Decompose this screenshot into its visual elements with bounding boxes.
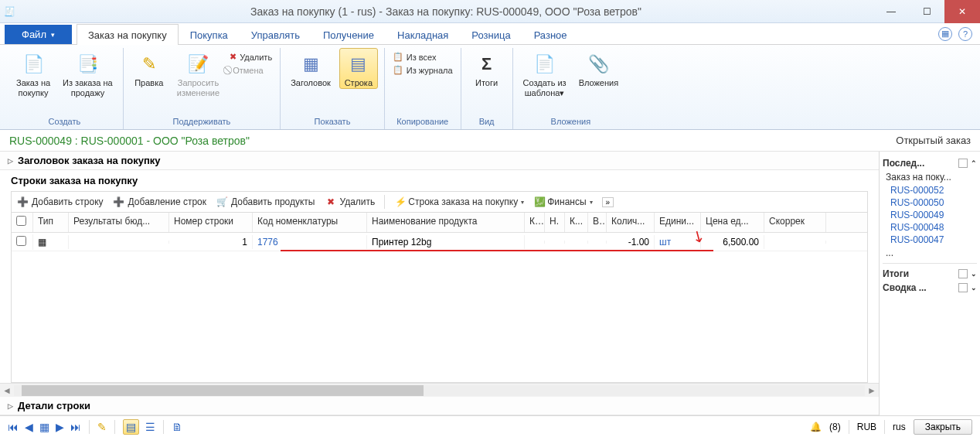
request-change-button: 📝Запросить изменение	[173, 48, 223, 98]
horizontal-scrollbar[interactable]: ◄ ►	[0, 383, 879, 397]
cell-name[interactable]: Принтер 12bg	[367, 235, 525, 249]
from-so-button[interactable]: 📑Из заказа на продажу	[59, 48, 117, 98]
status-bar: ⏮ ◀ ▦ ▶ ⏭ ✎ ▤ ☰ 🗎 🔔(8) RUB rus Закрыть	[0, 415, 980, 437]
cell-qty[interactable]: -1.00	[607, 235, 655, 249]
cell-item-link[interactable]: 1776	[253, 235, 367, 249]
view-form-icon[interactable]: ▤	[123, 419, 139, 435]
add-row-icon: ➕	[16, 196, 29, 208]
nav-grid-icon[interactable]: ▦	[39, 421, 49, 433]
close-button[interactable]: ✕	[944, 0, 980, 23]
side-recent-top[interactable]: Заказ на поку...	[883, 170, 977, 184]
tab-invoice[interactable]: Накладная	[386, 24, 460, 45]
group-attach-label: Вложения	[519, 115, 623, 129]
tab-retail[interactable]: Розница	[460, 24, 522, 45]
add-lines-button[interactable]: ➕Добавление строк	[113, 196, 206, 208]
maximize-button[interactable]: ☐	[909, 0, 944, 23]
line-view-button[interactable]: ▤Строка	[339, 48, 378, 89]
title-bar: 🧾 Заказ на покупку (1 - rus) - Заказ на …	[0, 0, 980, 23]
side-panel: Послед...⌃ Заказ на поку... RUS-000052 R…	[880, 152, 980, 415]
col-k2[interactable]: К...	[565, 213, 588, 232]
col-k1[interactable]: К...	[525, 213, 545, 232]
currency-label: RUB	[857, 422, 876, 432]
row-checkbox[interactable]	[16, 236, 26, 246]
group-view-label: Вид	[468, 115, 506, 129]
more-button[interactable]: »	[602, 197, 614, 207]
side-recent-link[interactable]: RUS-000050	[883, 196, 977, 209]
edit-button[interactable]: ✎Правка	[130, 48, 168, 89]
tab-manage[interactable]: Управлять	[240, 24, 311, 45]
scroll-thumb[interactable]	[22, 385, 424, 396]
tab-receive[interactable]: Получение	[311, 24, 386, 45]
annotation-underline	[281, 250, 713, 251]
add-line-button[interactable]: ➕Добавить строку	[16, 196, 104, 208]
group-show-label: Показать	[287, 115, 378, 129]
side-summary-header[interactable]: Сводка ...⌄	[883, 281, 977, 295]
col-item[interactable]: Код номенклатуры	[253, 213, 367, 232]
from-template-button[interactable]: 📄Создать из шаблона▾	[519, 48, 570, 98]
cell-price[interactable]: 6,500.00	[701, 235, 764, 249]
order-identifier: RUS-000049 : RUS-000001 - ООО "Роза ветр…	[9, 135, 250, 147]
section-header-po-header[interactable]: Заголовок заказа на покупку	[0, 152, 879, 170]
header-view-button[interactable]: ▦Заголовок	[287, 48, 335, 89]
tab-purchase[interactable]: Покупка	[179, 24, 240, 45]
po-line-menu[interactable]: ⚡Строка заказа на покупку	[394, 196, 524, 208]
side-recent-link[interactable]: RUS-000049	[883, 209, 977, 221]
col-v[interactable]: В...	[588, 213, 607, 232]
delete-button[interactable]: ✖Удалить	[228, 51, 274, 63]
scroll-left-arrow[interactable]: ◄	[0, 385, 14, 396]
col-corr[interactable]: Скоррек	[764, 213, 826, 232]
group-maintain-label: Поддерживать	[130, 115, 274, 129]
view-options-icon[interactable]: ▦	[938, 27, 952, 41]
totals-button[interactable]: ΣИтоги	[468, 48, 506, 89]
copy-from-journal-button[interactable]: 📋Из журнала	[391, 64, 454, 76]
help-icon[interactable]: ?	[958, 27, 972, 41]
col-type[interactable]: Тип	[33, 213, 69, 232]
order-status: Открытый заказ	[896, 135, 971, 146]
nav-first-icon[interactable]: ⏮	[8, 421, 19, 433]
new-po-button[interactable]: 📄Заказ на покупку	[12, 48, 54, 98]
col-n[interactable]: Н.	[545, 213, 565, 232]
col-qty[interactable]: Колич...	[607, 213, 655, 232]
nav-prev-icon[interactable]: ◀	[25, 421, 33, 433]
table-row[interactable]: ▦ 1 1776 Принтер 12bg -1.00 шт 6,500.00	[12, 233, 867, 251]
add-products-button[interactable]: 🛒Добавить продукты	[216, 196, 315, 208]
finance-menu[interactable]: 💹Финансы	[533, 196, 592, 208]
header-layout-icon: ▦	[298, 52, 323, 77]
col-price[interactable]: Цена ед...	[701, 213, 764, 232]
info-bar: RUS-000049 : RUS-000001 - ООО "Роза ветр…	[0, 130, 980, 152]
tab-po[interactable]: Заказ на покупку	[77, 24, 179, 45]
view-list-icon[interactable]: ☰	[145, 421, 155, 433]
document-excel-icon: 📄	[533, 52, 557, 77]
file-button[interactable]: Файл	[5, 25, 72, 44]
close-form-button[interactable]: Закрыть	[914, 419, 972, 435]
minimize-button[interactable]: —	[873, 0, 909, 23]
copy-from-all-button[interactable]: 📋Из всех	[391, 51, 454, 63]
col-line-no[interactable]: Номер строки	[169, 213, 253, 232]
copy-icon: 📋	[393, 65, 403, 75]
attachments-button[interactable]: 📎Вложения	[575, 48, 623, 89]
app-icon: 🧾	[0, 6, 19, 17]
edit-pencil-icon[interactable]: ✎	[97, 421, 107, 433]
side-recent-link[interactable]: RUS-000048	[883, 221, 977, 234]
side-recent-link[interactable]: RUS-000047	[883, 234, 977, 246]
scroll-right-arrow[interactable]: ►	[865, 385, 879, 396]
document-star-icon: 📄	[21, 52, 46, 77]
cell-line-no[interactable]: 1	[169, 235, 253, 249]
lines-layout-icon: ▤	[346, 52, 371, 77]
col-select[interactable]	[12, 213, 33, 232]
col-budget[interactable]: Результаты бюд...	[69, 213, 169, 232]
sigma-icon: Σ	[475, 52, 499, 77]
section-line-details[interactable]: Детали строки	[0, 397, 879, 415]
side-recent-link[interactable]: RUS-000052	[883, 184, 977, 196]
col-name[interactable]: Наименование продукта	[367, 213, 525, 232]
delete-line-button[interactable]: ✖Удалить	[325, 196, 376, 208]
tab-general[interactable]: Разное	[522, 24, 579, 45]
select-all-checkbox[interactable]	[16, 216, 26, 226]
bell-icon[interactable]: 🔔	[810, 422, 822, 432]
group-create-label: Создать	[12, 115, 117, 129]
side-recent-header[interactable]: Послед...⌃	[883, 156, 977, 170]
nav-next-icon[interactable]: ▶	[56, 421, 64, 433]
doc-icon[interactable]: 🗎	[172, 421, 182, 433]
nav-last-icon[interactable]: ⏭	[70, 421, 81, 433]
side-totals-header[interactable]: Итоги⌄	[883, 267, 977, 281]
